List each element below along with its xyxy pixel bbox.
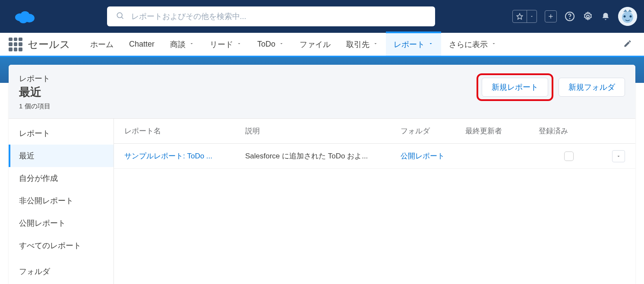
nav-item-8[interactable]: さらに表示 (441, 33, 504, 56)
table-row: サンプルレポート: ToDo ...Salesforce に追加された ToDo… (114, 144, 635, 169)
app-name: セールス (28, 38, 70, 51)
nav-item-label: ホーム (90, 39, 114, 50)
nav-item-6[interactable]: 取引先 (338, 33, 386, 56)
col-modified-by: 最終更新者 (465, 126, 539, 136)
svg-point-3 (19, 16, 28, 23)
nav-item-label: レポート (394, 39, 425, 50)
chevron-down-icon (237, 41, 242, 47)
page-title: 最近 (19, 85, 51, 100)
svg-point-4 (117, 13, 122, 18)
new-folder-button[interactable]: 新規フォルダ (559, 78, 625, 97)
nav-item-4[interactable]: ToDo (249, 33, 292, 56)
global-header (0, 0, 644, 33)
nav-item-2[interactable]: 商談 (162, 33, 202, 56)
app-nav: セールス ホームChatter商談リードToDoファイル取引先レポートさらに表示 (0, 33, 644, 57)
chevron-down-icon (373, 41, 378, 47)
chevron-down-icon (527, 10, 537, 22)
help-icon[interactable] (565, 11, 575, 22)
user-avatar[interactable] (618, 7, 637, 26)
app-launcher-icon[interactable] (9, 38, 22, 51)
star-icon (513, 10, 527, 22)
svg-point-12 (624, 16, 626, 18)
chevron-down-icon (428, 41, 433, 47)
nav-item-3[interactable]: リード (202, 33, 249, 56)
svg-point-13 (630, 16, 632, 18)
col-subscribed: 登録済み (539, 126, 599, 136)
nav-item-label: 取引先 (346, 39, 369, 50)
row-description: Salesforce に追加された ToDo およ... (245, 151, 401, 161)
svg-marker-6 (517, 13, 522, 19)
page-header: レポート 最近 1 個の項目 新規レポート 新規フォルダ (9, 65, 635, 118)
edit-nav-pencil-icon[interactable] (618, 39, 637, 50)
nav-item-label: ファイル (300, 39, 331, 50)
page-kicker: レポート (19, 73, 51, 84)
sidebar-item-6[interactable]: フォルダ (9, 260, 114, 283)
nav-item-label: さらに表示 (449, 39, 488, 50)
nav-item-label: リード (210, 39, 233, 50)
sidebar: レポート最近自分が作成非公開レポート公開レポートすべてのレポートフォルダ (9, 119, 114, 284)
subscribed-checkbox[interactable] (564, 151, 574, 161)
svg-point-9 (587, 15, 589, 18)
nav-item-label: Chatter (129, 40, 155, 49)
salesforce-logo[interactable] (14, 9, 35, 23)
chevron-down-icon (279, 41, 284, 47)
col-description: 説明 (245, 126, 401, 136)
sidebar-item-3[interactable]: 非公開レポート (9, 189, 114, 212)
sidebar-item-4[interactable]: 公開レポート (9, 212, 114, 234)
page-card: レポート 最近 1 個の項目 新規レポート 新規フォルダ レポート最近自分が作成… (9, 65, 635, 284)
svg-point-8 (570, 19, 570, 19)
col-report-name: レポート名 (124, 126, 245, 136)
sidebar-item-1[interactable]: 最近 (9, 145, 114, 167)
setup-gear-icon[interactable] (583, 11, 593, 22)
notifications-bell-icon[interactable] (601, 12, 610, 21)
highlight-annotation: 新規レポート (477, 73, 553, 101)
chevron-down-icon (491, 41, 496, 47)
favorites-menu[interactable] (512, 10, 537, 23)
nav-item-5[interactable]: ファイル (292, 33, 338, 56)
nav-item-label: 商談 (170, 39, 186, 50)
nav-item-0[interactable]: ホーム (82, 33, 121, 56)
page-subtitle: 1 個の項目 (19, 102, 51, 110)
svg-line-5 (121, 17, 123, 19)
chevron-down-icon (189, 41, 194, 47)
nav-item-1[interactable]: Chatter (121, 33, 162, 56)
table-header-row: レポート名 説明 フォルダ 最終更新者 登録済み (114, 119, 635, 144)
nav-item-7[interactable]: レポート (386, 33, 441, 56)
sidebar-item-5[interactable]: すべてのレポート (9, 234, 114, 257)
sidebar-item-0[interactable]: レポート (9, 122, 114, 145)
global-create-button[interactable] (545, 10, 557, 22)
search-icon (116, 11, 124, 22)
sidebar-item-2[interactable]: 自分が作成 (9, 167, 114, 189)
new-report-button[interactable]: 新規レポート (482, 78, 548, 97)
row-report-name-link[interactable]: サンプルレポート: ToDo ... (124, 151, 245, 161)
nav-item-label: ToDo (257, 40, 275, 49)
report-table: レポート名 説明 フォルダ 最終更新者 登録済み サンプルレポート: ToDo … (114, 119, 635, 284)
row-actions-menu[interactable] (612, 150, 625, 162)
row-folder-link[interactable]: 公開レポート (401, 151, 465, 161)
global-search-input[interactable] (107, 6, 435, 26)
svg-point-11 (622, 12, 633, 23)
col-folder: フォルダ (401, 126, 465, 136)
